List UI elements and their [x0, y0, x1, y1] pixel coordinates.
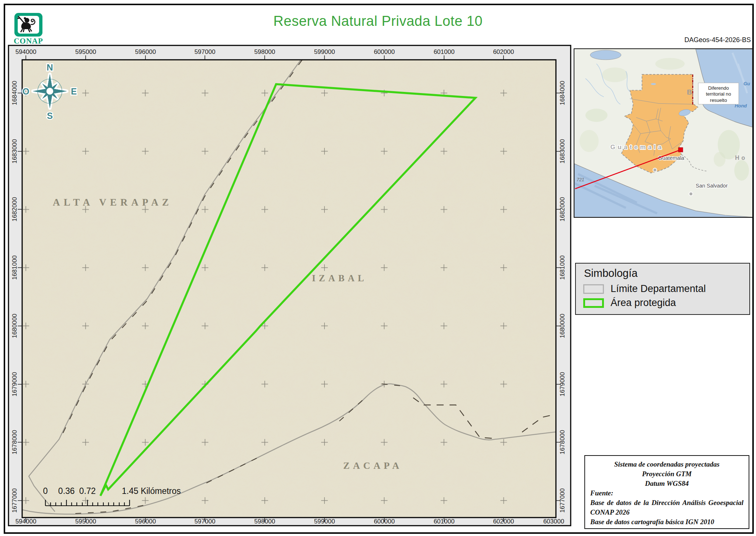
- grid-label-x-top: 596000: [135, 48, 156, 56]
- legend-item-label: Área protegida: [611, 297, 676, 309]
- grid-label-x-bottom: 597000: [195, 518, 216, 525]
- grid-label-x-bottom: 594000: [16, 518, 37, 525]
- grid-label-x-top: 601000: [434, 48, 455, 56]
- inset-road-label: 721: [577, 177, 584, 182]
- grid-label-x-bottom: 602000: [493, 518, 514, 525]
- page-title: Reserva Natural Privada Lote 10: [0, 13, 756, 29]
- grid-label-x-top: 599000: [314, 48, 335, 56]
- dispute-callout-box: Diferendo territorial no resuelto: [698, 83, 739, 104]
- inset-canvas: B Guatemala Guatemala San Salvador Ho 72…: [574, 49, 752, 217]
- inset-san-salvador-dot: [689, 192, 693, 196]
- inset-sea-label-1: Gu: [743, 81, 750, 86]
- grid-label-y-right: 1677000: [559, 488, 566, 513]
- coordinate-system-line: Sistema de coordenadas proyectadas: [590, 460, 743, 469]
- grid-label-x-top: 597000: [195, 48, 216, 56]
- location-marker: [678, 148, 683, 152]
- compass-east-label: E: [71, 86, 77, 96]
- document-id: DAGeos-454-2026-BS: [684, 36, 751, 44]
- inset-belize-label: B: [687, 88, 692, 96]
- inset-country-label: Guatemala: [611, 144, 664, 151]
- source-line-2: CONAP 2026: [590, 508, 743, 517]
- grid-label-y-right: 1681000: [559, 255, 566, 280]
- legend-box: Simbología Límite Departamental Área pro…: [575, 263, 750, 315]
- grid-label-y-left: 1680000: [11, 314, 18, 338]
- inset-lake-peten-itza: [651, 83, 656, 85]
- dispute-label-line3: resuelto: [710, 97, 727, 103]
- source-heading: Fuente:: [590, 488, 743, 498]
- legend-item-departmental-limit: Límite Departamental: [583, 283, 742, 295]
- projection-line: Proyección GTM: [590, 469, 743, 479]
- grid-label-y-left: 1679000: [11, 372, 18, 396]
- compass-south-label: S: [47, 111, 53, 121]
- protected-area-swatch: [583, 298, 604, 308]
- terrain-hillshade: [22, 60, 556, 518]
- inset-capital-label: Guatemala: [658, 155, 685, 161]
- grid-label-x-top: 595000: [75, 48, 96, 56]
- map-credits-box: Sistema de coordenadas proyectadas Proye…: [584, 455, 749, 529]
- inset-honduras-label: Ho: [735, 155, 747, 161]
- legend-item-label: Límite Departamental: [611, 283, 706, 295]
- scale-label-036: 0.36: [58, 486, 75, 496]
- grid-label-y-right: 1684000: [559, 81, 566, 105]
- scale-label-145-km: 1.45 Kilómetros: [122, 486, 181, 496]
- legend-item-protected-area: Área protegida: [583, 297, 742, 309]
- grid-label-x-bottom: 598000: [254, 518, 275, 525]
- grid-crosses: [23, 61, 555, 517]
- grid-label-y-right: 1682000: [559, 197, 566, 221]
- map-document-page: N E S O CONAP Reserva Natural Privada: [0, 0, 756, 536]
- grid-label-y-left: 1682000: [11, 197, 18, 221]
- departmental-limit-swatch: [583, 284, 604, 294]
- grid-label-x-bottom: 599000: [314, 518, 335, 525]
- region-label-alta-verapaz: ALTA VERAPAZ: [53, 197, 172, 208]
- inset-capital-dot: [653, 168, 657, 172]
- grid-label-x-bottom: 601000: [434, 518, 455, 525]
- compass-west-label: O: [23, 86, 30, 96]
- dispute-label-line2: territorial no: [706, 91, 731, 97]
- grid-label-x-bottom: 596000: [135, 518, 156, 525]
- inset-san-salvador-label: San Salvador: [696, 183, 728, 189]
- compass-north-label: N: [47, 62, 53, 72]
- source-line-3: Base de datos cartografía básica IGN 201…: [590, 517, 743, 527]
- grid-label-x-top: 602000: [493, 48, 514, 56]
- scale-label-072: 0.72: [79, 486, 96, 496]
- grid-label-y-left: 1677000: [11, 488, 18, 513]
- grid-label-x-top: 594000: [16, 48, 37, 56]
- grid-label-y-right: 1679000: [559, 372, 566, 396]
- conap-wordmark: CONAP: [13, 37, 44, 46]
- grid-label-y-left: 1684000: [11, 81, 18, 105]
- scale-label-0: 0: [43, 486, 48, 496]
- grid-label-x-bottom: 600000: [374, 518, 395, 525]
- grid-label-y-left: 1683000: [11, 139, 18, 164]
- region-label-izabal: IZABAL: [312, 273, 367, 284]
- grid-label-y-right: 1680000: [559, 314, 566, 338]
- grid-label-x-bottom: 595000: [75, 518, 96, 525]
- grid-label-y-right: 1678000: [559, 430, 566, 454]
- grid-label-y-left: 1681000: [11, 255, 18, 280]
- legend-title: Simbología: [584, 267, 742, 279]
- grid-label-x-bottom: 603000: [543, 518, 564, 525]
- source-line-1: Base de datos de la Dirección Análisis G…: [590, 498, 743, 508]
- grid-label-y-right: 1683000: [559, 139, 566, 164]
- grid-label-x-top: 600000: [374, 48, 395, 56]
- datum-line: Datum WGS84: [590, 479, 743, 488]
- grid-label-y-left: 1678000: [11, 430, 18, 454]
- dispute-label-line1: Diferendo: [708, 85, 729, 91]
- locator-inset-map: B Guatemala Guatemala San Salvador Ho 72…: [574, 48, 753, 218]
- region-label-zacapa: ZACAPA: [343, 460, 402, 471]
- grid-label-x-top: 598000: [254, 48, 275, 56]
